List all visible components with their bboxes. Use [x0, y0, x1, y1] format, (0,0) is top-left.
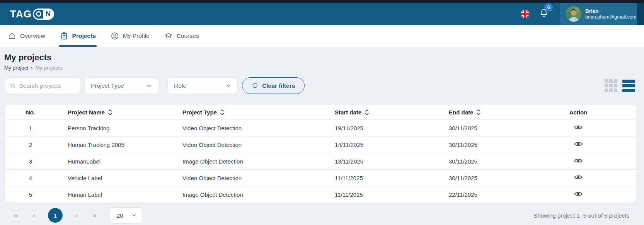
page-content: My projects My project › My projects Pro…	[0, 47, 644, 225]
cell-project-name: HumanLabel	[56, 158, 171, 165]
clear-filters-button[interactable]: Clear filters	[242, 77, 305, 94]
view-project-button[interactable]	[572, 190, 585, 199]
home-icon	[8, 32, 16, 40]
clear-filters-label: Clear filters	[262, 82, 295, 89]
user-info: Brian brian.pham@gmail.com	[585, 8, 636, 20]
logo-n-letter: N	[43, 10, 53, 19]
person-circle-icon	[111, 32, 119, 40]
page-size-select[interactable]: 20	[110, 207, 142, 223]
cell-no: 5	[5, 191, 56, 198]
column-header-action: Action	[521, 109, 636, 116]
sort-icon	[220, 109, 225, 116]
table-row: 1Person TrackingVideo Object Detection19…	[5, 119, 636, 136]
view-toggle	[605, 79, 635, 92]
cell-action	[521, 123, 636, 133]
tab-courses[interactable]: Courses	[164, 25, 200, 47]
sort-icon	[476, 109, 481, 116]
eye-icon	[574, 124, 583, 131]
grid-view-icon[interactable]	[605, 79, 617, 92]
user-email: brian.pham@gmail.com	[585, 14, 636, 20]
cell-start-date: 19/11/2025	[322, 125, 436, 131]
top-navbar: TAG N 6	[0, 3, 644, 25]
notifications-button[interactable]: 6	[539, 8, 549, 20]
select-value: Role	[174, 82, 186, 89]
eye-icon	[574, 174, 583, 181]
chevron-right-icon: ›	[31, 65, 32, 71]
window-top-edge	[0, 0, 644, 3]
logo-o-ring	[34, 10, 43, 19]
cell-start-date: 13/11/2025	[322, 158, 436, 165]
tab-my-profile[interactable]: My Profile	[110, 25, 150, 47]
project-type-select[interactable]: Project Type	[84, 77, 158, 94]
breadcrumb-current: My projects	[36, 65, 62, 71]
tab-projects[interactable]: Projects	[59, 25, 97, 47]
cell-start-date: 11/11/2025	[322, 191, 436, 198]
graduation-cap-icon	[164, 32, 173, 40]
cell-no: 1	[5, 125, 56, 131]
logo-pill: N	[33, 9, 54, 20]
tab-overview[interactable]: Overview	[7, 25, 46, 47]
view-project-button[interactable]	[572, 173, 585, 182]
app-screen: TAG N 6	[0, 0, 644, 225]
column-header-start-date[interactable]: Start date	[322, 109, 436, 116]
cell-project-type: Video Object Detection	[171, 141, 322, 148]
prev-page-button[interactable]: ‹	[30, 211, 38, 219]
column-label: Project Name	[68, 109, 105, 116]
scrollbar-track[interactable]	[637, 3, 644, 25]
last-page-button[interactable]: »	[90, 211, 99, 219]
column-label: Start date	[335, 109, 361, 116]
refresh-icon	[252, 82, 258, 89]
filter-toolbar: Project Type Role Clear filters	[5, 77, 635, 94]
cell-start-date: 14/11/2025	[322, 141, 436, 148]
cell-end-date: 30/11/2025	[436, 175, 521, 181]
brand-logo[interactable]: TAG N	[10, 8, 54, 20]
view-project-button[interactable]	[572, 157, 585, 166]
eye-icon	[574, 141, 583, 147]
first-page-button[interactable]: «	[12, 211, 20, 219]
logo-text: TAG	[10, 8, 32, 20]
user-menu[interactable]: Brian brian.pham@gmail.com	[560, 3, 637, 25]
search-box	[5, 77, 80, 94]
chevron-down-icon	[225, 83, 231, 89]
column-header-project-name[interactable]: Project Name	[56, 109, 171, 116]
cell-project-type: Video Object Detection	[171, 125, 322, 131]
tab-label: Overview	[20, 32, 45, 39]
table-header-row: No. Project Name Project Type Start date…	[5, 105, 636, 119]
user-name: Brian	[585, 8, 636, 14]
role-select[interactable]: Role	[167, 77, 238, 94]
view-project-button[interactable]	[572, 140, 585, 149]
cell-action	[521, 157, 636, 166]
tab-label: Projects	[72, 32, 96, 39]
next-page-button[interactable]: ›	[72, 211, 81, 219]
chevron-down-icon	[146, 83, 152, 89]
cell-end-date: 30/11/2025	[436, 125, 521, 131]
main-tabs: Overview Projects My Profile Courses	[0, 25, 644, 47]
tab-label: Courses	[177, 32, 199, 39]
column-header-no: No.	[5, 109, 56, 116]
view-project-button[interactable]	[572, 123, 585, 133]
navbar-right: 6 Brian brian.pham@gmail.com	[520, 3, 644, 25]
cell-action	[521, 140, 636, 149]
table-row: 2Human Tracking 2005Video Object Detecti…	[5, 136, 636, 153]
current-page-button[interactable]: 1	[48, 208, 63, 223]
notification-count-badge: 6	[544, 3, 553, 12]
list-view-icon[interactable]	[622, 80, 635, 92]
results-summary: Showing project 1- 5 out of 5 projects	[533, 212, 629, 219]
cell-project-name: Person Tracking	[56, 125, 171, 131]
breadcrumb-parent[interactable]: My project	[4, 65, 28, 71]
breadcrumb: My project › My projects	[4, 65, 644, 71]
search-input[interactable]	[19, 82, 76, 89]
eye-icon	[574, 191, 583, 197]
table-row: 3HumanLabelImage Object Detection13/11/2…	[5, 153, 636, 169]
cell-start-date: 11/11/2025	[322, 175, 436, 181]
cell-end-date: 30/11/2025	[436, 158, 521, 165]
cell-end-date: 30/11/2025	[436, 141, 521, 148]
cell-project-type: Video Object Detection	[171, 175, 322, 181]
chevron-down-icon	[131, 213, 137, 218]
column-header-end-date[interactable]: End date	[436, 109, 521, 116]
column-header-project-type[interactable]: Project Type	[171, 109, 322, 116]
uk-flag-icon[interactable]	[520, 9, 530, 19]
avatar	[566, 6, 581, 22]
table-row: 4Vehicle LabelVideo Object Detection11/1…	[5, 169, 636, 186]
table-row: 5Human LabelImage Object Detection11/11/…	[5, 186, 636, 203]
